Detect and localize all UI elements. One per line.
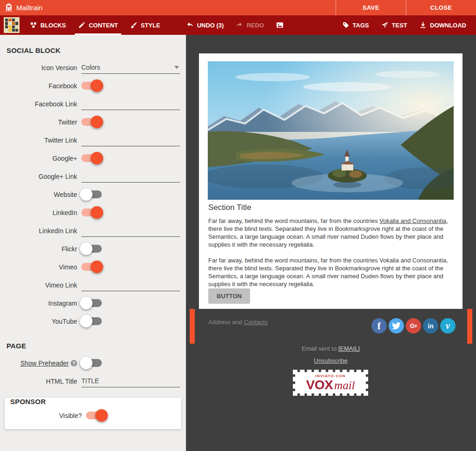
- block-selection-bar-left: [190, 309, 195, 344]
- tab-style[interactable]: STYLE: [124, 15, 166, 35]
- section-title[interactable]: Section Title: [208, 203, 251, 212]
- email-cta-button[interactable]: BUTTON: [208, 288, 250, 304]
- linkedin-link-input[interactable]: [81, 225, 180, 237]
- flickr-row: Flickr: [0, 240, 186, 258]
- youtube-row: YouTube: [0, 312, 186, 330]
- icon-version-row: Icon Version Colors: [0, 59, 186, 77]
- html-title-input[interactable]: [81, 375, 180, 387]
- vimeo-row: Vimeo: [0, 258, 186, 276]
- email-content-block[interactable]: Section Title Far far away, behind the w…: [199, 53, 463, 309]
- mail-wordmark: mail: [334, 379, 355, 391]
- icon-version-value: Colors: [81, 64, 100, 71]
- test-button[interactable]: TEST: [375, 15, 413, 35]
- image-manager-button[interactable]: [270, 15, 290, 35]
- paper-plane-icon: [381, 21, 389, 29]
- sponsor-visible-row: Visible?: [5, 406, 181, 425]
- unsubscribe-link[interactable]: Unsubscribe: [314, 357, 347, 364]
- email-paragraph-2[interactable]: Far far away, behind the word mountains,…: [208, 256, 454, 288]
- youtube-toggle[interactable]: [81, 317, 102, 325]
- tab-content[interactable]: CONTENT: [72, 15, 124, 35]
- save-button[interactable]: SAVE: [336, 0, 406, 15]
- linkedin-toggle[interactable]: [81, 209, 102, 216]
- twitter-row: Twitter: [0, 113, 186, 131]
- app-title: Mailtrain: [16, 4, 43, 12]
- hero-image[interactable]: [208, 61, 454, 200]
- pencil-icon: [78, 21, 86, 29]
- instagram-toggle[interactable]: [81, 299, 102, 307]
- unsubscribe-row: Unsubscribe: [199, 357, 463, 364]
- website-toggle[interactable]: [81, 190, 102, 198]
- facebook-icon[interactable]: f: [371, 318, 387, 333]
- email-paragraph-1[interactable]: Far far away, behind the word mountains,…: [208, 217, 454, 248]
- top-bar: Mailtrain SAVE CLOSE: [0, 0, 476, 15]
- twitter-link-input[interactable]: [81, 134, 180, 146]
- google-plus-link-input[interactable]: [81, 170, 180, 183]
- voxmail-logo: [4, 17, 20, 33]
- linkedin-row: LinkedIn: [0, 203, 186, 222]
- instagram-row: Instagram: [0, 294, 186, 312]
- sponsor-visible-toggle[interactable]: [86, 412, 106, 419]
- undo-button[interactable]: UNDO (3): [180, 15, 230, 35]
- facebook-link-row: Facebook Link: [0, 95, 186, 113]
- twitter-icon[interactable]: [389, 318, 404, 333]
- contacts-link[interactable]: Contacts: [244, 319, 268, 326]
- close-button[interactable]: CLOSE: [406, 0, 476, 15]
- flickr-toggle[interactable]: [81, 245, 102, 253]
- website-row: Website: [0, 185, 186, 203]
- show-preheader-row: Show Preheader?: [0, 354, 186, 372]
- settings-panel: SOCIAL BLOCK Icon Version Colors Faceboo…: [0, 35, 186, 451]
- chevron-down-icon: [174, 66, 179, 69]
- html-title-row: HTML Title: [0, 372, 186, 390]
- vimeo-icon[interactable]: v: [440, 318, 456, 333]
- mailtrain-editor: Mailtrain SAVE CLOSE BLOCKS CONTENT STYL…: [0, 0, 476, 451]
- tags-button[interactable]: TAGS: [336, 15, 375, 35]
- email-placeholder-link[interactable]: [EMAIL]: [338, 345, 360, 352]
- image-icon: [276, 21, 284, 29]
- facebook-toggle[interactable]: [81, 82, 102, 90]
- email-sent-to: Email sent to [EMAIL]: [199, 345, 463, 352]
- download-icon: [419, 21, 427, 29]
- footer-social-icons: f G+ in v: [371, 318, 456, 333]
- train-icon: [4, 3, 14, 13]
- facebook-row: Facebook: [0, 77, 186, 95]
- icon-version-label: Icon Version: [0, 64, 81, 72]
- blocks-icon: [30, 21, 37, 29]
- vimeo-link-input[interactable]: [81, 279, 180, 291]
- footer-address: Address and Contacts: [208, 319, 268, 326]
- editor-toolbar: BLOCKS CONTENT STYLE UNDO (3) REDO: [0, 15, 476, 35]
- facebook-link-input[interactable]: [81, 98, 180, 110]
- google-plus-link-row: Google+ Link: [0, 167, 186, 185]
- sponsor-heading: SPONSOR: [10, 398, 181, 405]
- undo-icon: [186, 21, 194, 29]
- redo-icon: [236, 21, 243, 29]
- tab-blocks[interactable]: BLOCKS: [24, 15, 72, 35]
- google-plus-row: Google+: [0, 149, 186, 167]
- icon-version-select[interactable]: Colors: [81, 62, 180, 74]
- google-plus-toggle[interactable]: [81, 154, 102, 162]
- twitter-link-row: Twitter Link: [0, 131, 186, 149]
- twitter-toggle[interactable]: [81, 118, 102, 126]
- voxmail-stamp[interactable]: INVIATO CON VOX mail: [293, 370, 368, 396]
- vimeo-toggle[interactable]: [81, 263, 102, 271]
- linkedin-icon[interactable]: in: [423, 318, 438, 333]
- google-plus-icon[interactable]: G+: [406, 318, 421, 333]
- show-preheader-label[interactable]: Show Preheader: [20, 359, 69, 367]
- tag-icon: [342, 21, 350, 29]
- page-heading: PAGE: [7, 342, 186, 350]
- block-selection-bar-right: [467, 309, 472, 344]
- vox-wordmark: VOX: [306, 379, 333, 392]
- help-icon[interactable]: ?: [71, 360, 77, 366]
- brand: Mailtrain: [0, 0, 43, 15]
- download-button[interactable]: DOWNLOAD: [413, 15, 472, 35]
- social-block-heading: SOCIAL BLOCK: [7, 46, 186, 54]
- email-preview: Section Title Far far away, behind the w…: [186, 35, 476, 451]
- vimeo-link-row: Vimeo Link: [0, 276, 186, 294]
- vokalia-link[interactable]: Vokalia and Consonantia,: [379, 217, 448, 224]
- brush-icon: [130, 21, 138, 29]
- show-preheader-toggle[interactable]: [81, 359, 102, 367]
- redo-button[interactable]: REDO: [230, 15, 270, 35]
- linkedin-link-row: LinkedIn Link: [0, 222, 186, 240]
- sponsor-card: SPONSOR Visible?: [5, 398, 181, 429]
